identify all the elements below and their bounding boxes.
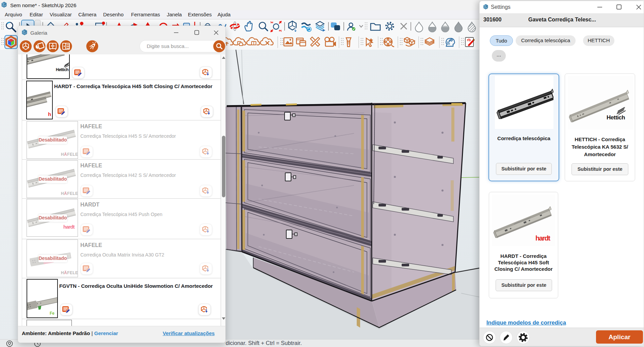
svg-text:rb: rb	[467, 38, 471, 42]
